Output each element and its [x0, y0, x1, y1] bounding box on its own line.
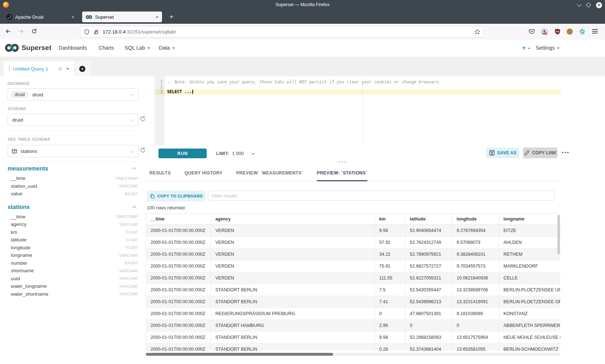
table-cell: 0	[452, 320, 499, 332]
results-column-header[interactable]: longitude	[452, 214, 499, 225]
table-cell: REGIERUNGSPRÄSIDIUM FREIBURG	[211, 308, 375, 320]
tab-close-icon[interactable]: ×	[71, 14, 74, 20]
results-column-header[interactable]: longname	[499, 214, 561, 225]
refresh-schema-icon[interactable]	[140, 116, 146, 122]
column-type: VARCHAR	[119, 269, 138, 273]
results-column-header[interactable]: __time	[146, 214, 211, 225]
url-bar[interactable]: 172.18.0.4:32251/superset/sqllab/	[80, 26, 484, 38]
lock-slash-icon[interactable]	[93, 29, 99, 35]
nav-item-label: Charts	[99, 45, 114, 51]
table-value: stations	[21, 149, 37, 154]
table-cell: 9.56	[375, 225, 405, 237]
copy-link-button[interactable]: COPY LINK	[523, 147, 557, 158]
extension-asterisk-icon[interactable]	[579, 28, 586, 35]
nav-item-dashboards[interactable]: Dashboards	[59, 45, 87, 51]
table-cell: STANDORT BERLIN	[211, 343, 375, 351]
filter-results-input[interactable]	[208, 191, 555, 201]
drag-handle-icon[interactable]	[9, 66, 10, 71]
nav-item-charts[interactable]: Charts	[99, 45, 114, 51]
query-tab-untitled[interactable]: Untitled Query 1 ×	[4, 61, 74, 76]
add-query-tab-button[interactable]: +	[75, 61, 90, 76]
reload-icon[interactable]	[31, 28, 37, 34]
active-line-highlight	[165, 90, 561, 95]
horizontal-scrollbar[interactable]	[146, 353, 560, 356]
column-name: longitude	[11, 245, 31, 250]
run-button[interactable]: RUN	[158, 149, 207, 158]
browser-tab-druid[interactable]: Apache Druid ×	[3, 12, 78, 22]
query-tab-label[interactable]: Untitled Query 1	[13, 66, 59, 72]
database-select[interactable]: druid druid	[8, 88, 139, 101]
table-cell: 52.7890975921	[405, 249, 452, 260]
back-icon[interactable]	[5, 28, 11, 34]
cookie-icon[interactable]	[566, 28, 573, 35]
results-column-header[interactable]: km	[375, 214, 405, 225]
settings-menu[interactable]: Settings	[536, 45, 560, 51]
druid-favicon-icon	[6, 14, 12, 20]
browser-tab-superset[interactable]: Superset ×	[82, 12, 162, 22]
south-tab-0[interactable]: RESULTS	[149, 170, 171, 181]
collapse-section-icon[interactable]	[132, 167, 136, 171]
table-cell: 2000-01-01T00:00:00.000Z	[146, 284, 211, 296]
table-cell: RETHEM	[499, 249, 561, 260]
schema-table-header[interactable]: stations	[8, 204, 138, 210]
nav-item-data[interactable]: Data	[159, 45, 175, 51]
limit-value: 1 000	[232, 151, 244, 156]
nav-item-label: Data	[159, 45, 170, 51]
new-tab-button[interactable]: +	[167, 13, 176, 21]
results-column-header[interactable]: latitude	[405, 214, 452, 225]
table-cell: 9.2767694354	[452, 225, 499, 237]
superset-logo[interactable]: Superset	[5, 44, 51, 52]
south-tab-3[interactable]: PREVIEW: `STATIONS`	[317, 170, 367, 181]
add-new-button[interactable]: +	[522, 44, 530, 52]
window-title: Superset — Mozilla Firefox	[0, 2, 605, 7]
superset-infinity-icon	[5, 44, 19, 52]
pocket-icon[interactable]	[529, 28, 535, 35]
sql-editor[interactable]: 1 2 3 -- Note: Unless you save your quer…	[154, 76, 561, 145]
url-text[interactable]: 172.18.0.4:32251/superset/sqllab/	[103, 29, 176, 35]
schema-select[interactable]: druid	[8, 114, 139, 126]
table-select[interactable]: stations	[8, 145, 139, 157]
window-close-button[interactable]: ×	[596, 2, 602, 8]
forward-icon[interactable]	[18, 28, 24, 34]
table-name-label[interactable]: stations	[8, 204, 30, 210]
account-icon[interactable]	[541, 28, 548, 35]
superset-favicon-icon	[86, 15, 92, 19]
copy-to-clipboard-button[interactable]: COPY TO CLIPBOARD	[147, 191, 206, 201]
table-cell: VERDEN	[211, 260, 375, 272]
collapse-section-icon[interactable]	[132, 206, 136, 210]
plus-circle-icon: +	[79, 66, 85, 72]
tab-label: Apache Druid	[15, 14, 68, 20]
close-icon[interactable]: ×	[66, 66, 69, 72]
table-cell: EITZE	[499, 225, 561, 237]
table-cell: 13.653581055	[452, 343, 499, 351]
bookmark-star-icon[interactable]	[474, 29, 480, 35]
limit-control[interactable]: LIMIT: 1 000	[216, 151, 255, 156]
results-column-header[interactable]: agency	[211, 214, 375, 225]
shield-icon[interactable]	[84, 29, 90, 35]
caret-down-icon	[528, 48, 530, 49]
horizontal-scrollbar-thumb[interactable]	[146, 353, 333, 356]
refresh-table-icon[interactable]	[140, 147, 146, 153]
south-tab-2[interactable]: PREVIEW: `MEASUREMENTS`	[236, 170, 303, 181]
tab-close-icon[interactable]: ×	[156, 14, 158, 20]
pane-splitter-handle[interactable]	[339, 161, 346, 163]
window-minimize-chevron-icon[interactable]	[577, 2, 582, 7]
window-maximize-diamond-icon[interactable]	[586, 3, 591, 8]
schema-table-header[interactable]: measurements	[8, 165, 138, 172]
column-name: water_shortname	[11, 291, 48, 297]
code-rest: ...	[182, 89, 192, 94]
south-tab-1[interactable]: QUERY HISTORY	[184, 170, 223, 181]
table-cell: 2000-01-01T00:00:00.000Z	[146, 225, 211, 237]
editor-toolbar: RUN LIMIT: 1 000 SAVE AS COPY LINK	[154, 145, 560, 163]
table-cell: 7.41	[375, 296, 405, 308]
table-name-label[interactable]: measurements	[8, 165, 48, 172]
nav-item-sql-lab[interactable]: SQL Lab	[125, 45, 150, 51]
save-as-button[interactable]: SAVE AS	[486, 147, 519, 158]
ublock-icon[interactable]: uO	[554, 28, 561, 35]
more-options-ellipsis-icon[interactable]	[562, 152, 569, 153]
vertical-scrollbar-thumb[interactable]	[557, 215, 560, 254]
superset-navbar: Superset DashboardsChartsSQL LabData + S…	[0, 40, 605, 57]
menu-icon[interactable]	[592, 29, 598, 35]
table-row: 2000-01-01T00:00:00.000ZVERDEN111.5552.6…	[146, 272, 561, 284]
table-cell: 9.57088073	[452, 237, 499, 249]
